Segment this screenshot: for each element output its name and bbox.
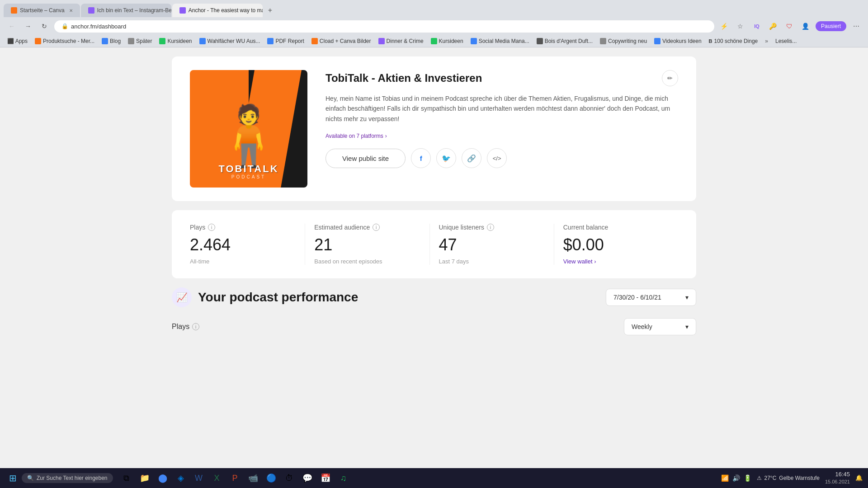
balance-label: Current balance [563,224,669,231]
clock-time: 16:45 [825,470,850,479]
bookmark-canva[interactable]: Cload + Canva Bilder [310,37,373,45]
extensions-icon[interactable]: ⚡ [718,20,731,33]
podcast-cover-image: 🧍 TOBITALK PODCAST [190,70,307,188]
spotify-button[interactable]: ♫ [335,470,352,486]
calendar-button[interactable]: 📅 [317,470,334,486]
date-range-select[interactable]: 7/30/20 - 6/10/21 ▾ [606,289,696,306]
listeners-info-icon[interactable]: i [487,224,494,231]
plays-info-icon[interactable]: i [208,224,215,231]
bookmark-pdf[interactable]: PDF Report [265,37,306,45]
bookmark-copy[interactable]: Copywriting neu [598,37,649,45]
stat-audience: Estimated audience i 21 Based on recent … [305,224,429,265]
bookmark-bois[interactable]: Bois d'Argent Duft... [535,37,594,45]
bookmark-produktsuche[interactable]: Produktsuche - Mer... [33,37,96,45]
tab-close-1[interactable]: ✕ [69,8,73,13]
windows-icon: ⊞ [9,473,17,483]
weekly-select[interactable]: Weekly ▾ [624,318,696,335]
iq-icon[interactable]: IQ [750,20,763,33]
bookmark-blog[interactable]: Blog [100,37,123,45]
weather-temp: 27°C [764,475,777,481]
view-wallet-link[interactable]: View wallet › [563,258,669,265]
forward-button[interactable]: → [22,20,34,33]
search-icon: 🔍 [27,475,34,481]
bookmark-label-kursideen1: Kursideen [167,38,192,44]
podcast-header-card: 🧍 TOBITALK PODCAST TobiTalk - Aktien & I… [172,56,696,201]
performance-title: Your podcast performance [198,290,358,305]
tab-favicon-1 [11,7,17,14]
stats-card: Plays i 2.464 All-time Estimated audienc… [172,210,696,278]
bookmark-icon-spaeter [128,38,134,44]
network-icon[interactable]: 📶 [721,474,729,482]
taskbar-apps: ⧉ 📁 ⬤ ◈ W X P 📹 🔵 ⏱ 💬 📅 ♫ [118,470,352,486]
teams-button[interactable]: 📹 [245,470,261,486]
browser-icons: ⚡ ☆ IQ 🔑 🛡 👤 Pausiert ⋯ [718,20,863,33]
account-icon[interactable]: 👤 [799,20,812,33]
taskbar-search[interactable]: 🔍 Zur Suche Text hier eingeben [22,473,113,483]
bookmark-icon-kursideen1 [159,38,165,44]
sound-icon[interactable]: 🔊 [732,474,740,482]
tab-2[interactable]: Ich bin ein Text – Instagram-Bei... ✕ [81,4,171,17]
bookmark-icon-produktsuche [35,38,41,44]
tab-label-3: Anchor - The easiest way to ma... [189,7,263,14]
settings-icon[interactable]: ⋯ [850,20,863,33]
date-range-value: 7/30/20 - 6/10/21 [613,294,661,301]
bookmark-star-icon[interactable]: ☆ [734,20,747,33]
facebook-button[interactable]: f [411,148,431,168]
bookmark-wahlf[interactable]: Wahlfächer WU Aus... [198,37,262,45]
start-button[interactable]: ⊞ [5,471,20,485]
performance-title-group: 📈 Your podcast performance [172,287,358,307]
bookmark-label-bois: Bois d'Argent Duft... [545,38,593,44]
bookmark-socialmedia[interactable]: Social Media Mana... [469,37,531,45]
platforms-link[interactable]: Available on 7 platforms › [326,133,678,139]
tab-3[interactable]: Anchor - The easiest way to ma... ✕ [172,4,263,17]
twitter-button[interactable]: 🐦 [436,148,456,168]
profile-button[interactable]: Pausiert [816,21,846,31]
excel-button[interactable]: X [209,470,225,486]
performance-section: 📈 Your podcast performance 7/30/20 - 6/1… [172,287,696,335]
bookmark-apps[interactable]: ⬛ Apps [5,37,29,45]
shield-icon[interactable]: 🛡 [783,20,796,33]
stat-balance: Current balance $0.00 View wallet › [554,224,678,265]
battery-icon[interactable]: 🔋 [744,474,751,482]
browser-chrome: Startseite – Canva ✕ Ich bin ein Text – … [0,0,868,47]
cover-title: TOBITALK [190,164,307,174]
bookmark-label-leselis: Leselis... [775,38,797,44]
bookmarks-more[interactable]: » [763,38,770,44]
notification-icon[interactable]: 🔔 [855,474,863,481]
password-icon[interactable]: 🔑 [767,20,779,33]
bookmark-video[interactable]: Videokurs Ideen [652,37,703,45]
performance-header: 📈 Your podcast performance 7/30/20 - 6/1… [172,287,696,307]
bookmark-kursideen1[interactable]: Kursideen [157,37,193,45]
weather-icon: ⚠ [757,475,762,481]
chrome-button[interactable]: ⬤ [155,470,171,486]
bookmark-kursideen2[interactable]: Kursideen [429,37,465,45]
bookmark-spaeter[interactable]: Später [126,37,154,45]
edit-button[interactable]: ✏ [662,70,678,86]
explorer-button[interactable]: 📁 [137,470,153,486]
tab-1[interactable]: Startseite – Canva ✕ [4,4,80,17]
search-placeholder: Zur Suche Text hier eingeben [37,475,108,481]
podcast-description: Hey, mein Name ist Tobias und in meinem … [326,94,678,124]
view-site-button[interactable]: View public site [326,149,406,168]
bookmark-dinner[interactable]: Dinner & Crime [377,37,425,45]
audience-info-icon[interactable]: i [373,224,380,231]
bookmark-100[interactable]: B 100 schöne Dinge [707,37,760,45]
back-button[interactable]: ← [5,20,18,33]
plays-section-info-icon[interactable]: i [192,323,199,330]
address-bar[interactable]: 🔒 anchor.fm/dashboard [54,20,714,33]
timer-button[interactable]: ⏱ [281,470,297,486]
bookmark-leselis[interactable]: Leselis... [774,37,798,45]
apps-label: ⬛ Apps [7,38,28,44]
unknown-button[interactable]: 🔵 [263,470,279,486]
feedback-button[interactable]: 💬 [299,470,316,486]
word-button[interactable]: W [191,470,207,486]
new-tab-button[interactable]: + [264,4,277,17]
plays-section-header: Plays i Weekly ▾ [172,318,696,335]
taskview-button[interactable]: ⧉ [118,470,135,486]
clock[interactable]: 16:45 15.06.2021 [825,470,850,486]
powerpoint-button[interactable]: P [227,470,243,486]
link-button[interactable]: 🔗 [462,148,481,168]
edge-button[interactable]: ◈ [173,470,189,486]
embed-button[interactable]: </> [487,148,507,168]
refresh-button[interactable]: ↻ [38,20,51,33]
